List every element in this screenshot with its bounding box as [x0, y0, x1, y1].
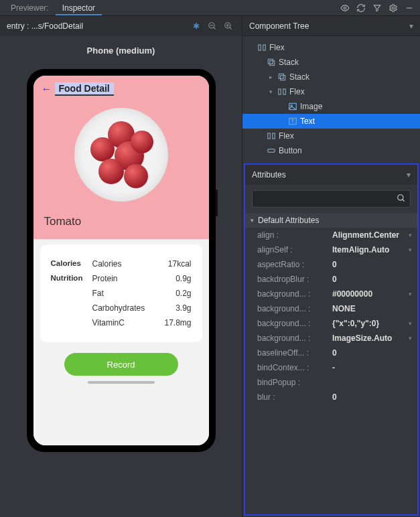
refresh-icon[interactable] — [354, 1, 368, 15]
tree-node-button[interactable]: Button — [242, 143, 420, 158]
tree-node-flex[interactable]: Flex — [242, 129, 420, 143]
attribute-name: baselineOff... : — [257, 348, 332, 358]
tree-node-image[interactable]: Image — [242, 99, 420, 114]
chevron-down-icon[interactable]: ▾ — [404, 291, 412, 297]
attribute-name: aspectRatio : — [257, 260, 332, 269]
attributes-search-input[interactable] — [257, 194, 397, 204]
component-tree[interactable]: FlexStack▸Stack▾FlexImageTextFlexButton — [242, 36, 420, 162]
attributes-header[interactable]: Attributes ▾ — [245, 165, 417, 185]
flex-icon — [277, 87, 287, 96]
attribute-row[interactable]: background... :ImageSize.Auto▾ — [245, 331, 417, 346]
attribute-row[interactable]: background... :{"x":0,"y":0}▾ — [245, 316, 417, 331]
stack-icon — [267, 58, 276, 67]
attributes-list[interactable]: align :Alignment.Center▾alignSelf :ItemA… — [245, 228, 417, 404]
search-icon[interactable] — [397, 194, 406, 205]
chevron-down-icon[interactable]: ▾ — [404, 246, 412, 253]
svg-point-1 — [392, 7, 395, 9]
chevron-down-icon[interactable]: ▾ — [404, 320, 412, 327]
twist-icon[interactable]: ▸ — [267, 74, 275, 80]
attribute-value[interactable]: NONE — [332, 304, 404, 313]
attribute-row[interactable]: bindPopup : — [245, 375, 417, 390]
filter-icon[interactable] — [370, 1, 384, 15]
attribute-value[interactable]: 0 — [332, 260, 404, 269]
nutrition-value: 0.2g — [154, 289, 192, 298]
nutrition-group — [51, 318, 92, 327]
tree-node-stack[interactable]: Stack — [242, 55, 420, 70]
page-title[interactable]: Food Detail — [55, 82, 114, 96]
zoom-in-icon[interactable] — [222, 19, 235, 33]
svg-rect-12 — [268, 59, 273, 64]
attribute-value[interactable]: {"x":0,"y":0} — [332, 319, 404, 328]
svg-rect-11 — [263, 45, 266, 50]
tab-previewer[interactable]: Previewer: — [4, 1, 56, 15]
tree-node-label: Button — [279, 146, 302, 155]
minimize-icon[interactable] — [403, 1, 416, 15]
attribute-value[interactable]: 0 — [332, 392, 404, 402]
zoom-out-icon[interactable] — [206, 19, 219, 33]
attributes-title: Attributes — [252, 170, 286, 179]
attribute-row[interactable]: alignSelf :ItemAlign.Auto▾ — [245, 242, 417, 257]
attribute-name: alignSelf : — [257, 245, 332, 254]
tree-node-text[interactable]: Text — [242, 114, 420, 129]
attribute-name: bindContex... : — [257, 363, 332, 372]
nutrition-label: Fat — [92, 289, 154, 298]
svg-line-25 — [403, 199, 405, 201]
twist-icon[interactable]: ▾ — [267, 88, 275, 95]
default-attributes-group[interactable]: ▾ Default Attributes — [245, 213, 417, 228]
text-icon — [288, 117, 297, 126]
component-tree-header[interactable]: Component Tree ▾ — [242, 16, 420, 36]
top-tabbar: Previewer: Inspector — [0, 0, 420, 16]
attribute-row[interactable]: align :Alignment.Center▾ — [245, 228, 417, 242]
snowflake-icon[interactable]: ✱ — [190, 19, 203, 33]
svg-point-0 — [344, 7, 346, 9]
attribute-value[interactable]: Alignment.Center — [332, 230, 404, 240]
attribute-row[interactable]: blur :0 — [245, 390, 417, 404]
attribute-row[interactable]: baselineOff... :0 — [245, 346, 417, 360]
nutrition-group: Calories — [51, 259, 92, 269]
back-arrow-icon[interactable]: ← — [42, 83, 52, 95]
attribute-value[interactable]: #00000000 — [332, 289, 404, 299]
tree-node-flex[interactable]: Flex — [242, 40, 420, 55]
attribute-row[interactable]: aspectRatio :0 — [245, 257, 417, 272]
attribute-value[interactable]: ImageSize.Auto — [332, 334, 404, 343]
attribute-value[interactable]: ItemAlign.Auto — [332, 245, 404, 254]
home-indicator — [88, 381, 155, 384]
preview-pane: entry : ...s/FoodDetail ✱ Phone (medium)… — [0, 16, 242, 517]
tree-node-label: Image — [300, 102, 322, 111]
preview-header: entry : ...s/FoodDetail ✱ — [0, 16, 242, 36]
tree-node-flex[interactable]: ▾Flex — [242, 84, 420, 99]
svg-rect-17 — [283, 89, 286, 94]
nutrition-group: Nutrition — [51, 274, 92, 283]
food-header-area: ← Food Detail — [33, 76, 209, 239]
nutrition-label: Protein — [92, 274, 154, 283]
device-label: Phone (medium) — [0, 36, 242, 62]
attribute-value[interactable]: 0 — [332, 275, 404, 284]
attribute-value[interactable]: - — [332, 363, 404, 372]
chevron-down-icon[interactable]: ▾ — [404, 232, 412, 238]
attributes-panel: Attributes ▾ ▾ Default Attributes align … — [244, 163, 419, 516]
attribute-row[interactable]: background... :#00000000▾ — [245, 287, 417, 301]
attribute-name: backdropBlur : — [257, 275, 332, 284]
gear-icon[interactable] — [387, 1, 400, 15]
attribute-row[interactable]: background... :NONE — [245, 301, 417, 316]
attribute-row[interactable]: bindContex... :- — [245, 360, 417, 375]
nutrition-row: NutritionProtein0.9g — [51, 274, 192, 283]
food-name: Tomato — [42, 208, 201, 228]
tree-node-label: Stack — [289, 72, 309, 82]
chevron-down-icon[interactable]: ▾ — [407, 170, 411, 179]
attribute-name: bindPopup : — [257, 378, 332, 387]
image-icon — [288, 102, 297, 111]
stack-icon — [277, 72, 287, 82]
nutrition-card: CaloriesCalories17kcalNutritionProtein0.… — [40, 244, 202, 342]
tree-node-stack[interactable]: ▸Stack — [242, 70, 420, 84]
attribute-row[interactable]: backdropBlur :0 — [245, 272, 417, 287]
tab-inspector[interactable]: Inspector — [56, 1, 102, 15]
svg-rect-16 — [279, 89, 281, 94]
svg-rect-21 — [268, 133, 271, 139]
attribute-value[interactable]: 0 — [332, 348, 404, 358]
record-button[interactable]: Record — [64, 353, 178, 376]
attributes-search[interactable] — [252, 190, 411, 208]
chevron-down-icon[interactable]: ▾ — [409, 21, 413, 31]
eye-icon[interactable] — [338, 1, 352, 15]
chevron-down-icon[interactable]: ▾ — [404, 335, 412, 342]
